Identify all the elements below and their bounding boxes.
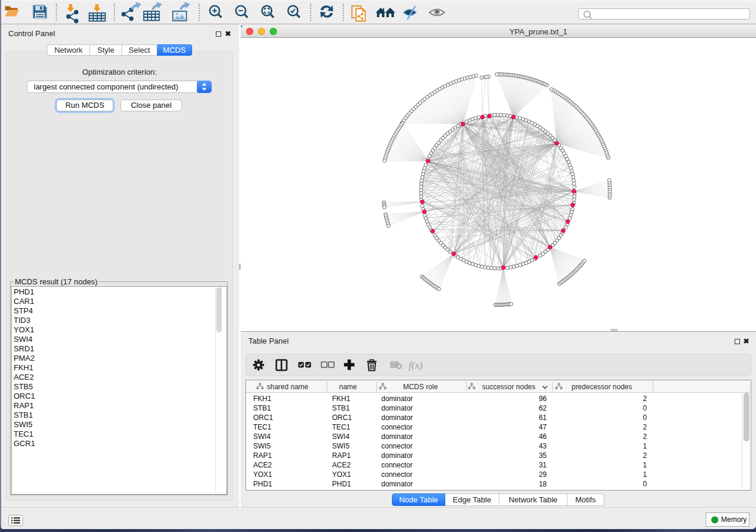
svg-text:f(x): f(x) [409, 360, 423, 371]
